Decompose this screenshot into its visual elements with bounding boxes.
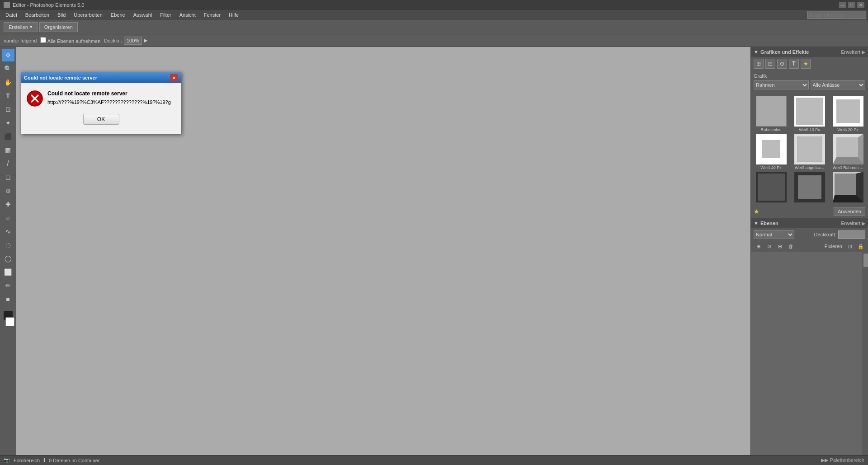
- layers-panel-header[interactable]: ▼ Ebenen Erweitert ▶: [751, 218, 868, 228]
- eraser-tool[interactable]: ◻: [2, 171, 14, 183]
- info-icon[interactable]: ℹ: [43, 457, 45, 463]
- lasso-tool[interactable]: ∿: [2, 225, 14, 238]
- pen-tool[interactable]: ✏: [2, 279, 14, 292]
- blur-tool[interactable]: ◌: [2, 239, 14, 251]
- graphic-thumb-dark3: [833, 172, 863, 202]
- layers-scrollbar[interactable]: [863, 252, 868, 455]
- clone-tool[interactable]: ⊕: [2, 184, 14, 197]
- dialog-ok-button[interactable]: OK: [83, 114, 119, 125]
- brush-tool[interactable]: /: [2, 157, 14, 170]
- grafik-label: Grafik: [754, 73, 767, 79]
- folgend-label: nander folgend: [4, 38, 37, 43]
- layers-tool-1[interactable]: ⊞: [754, 242, 763, 251]
- zoom-tool[interactable]: 🔍: [2, 62, 14, 75]
- graphics-grid: Rahmenlos Weiß 10 Px Weiß 20 Px Weiß 40 …: [751, 94, 868, 205]
- sponge-tool[interactable]: ⬜: [2, 266, 14, 278]
- menu-bearbeiten[interactable]: Bearbeiten: [22, 11, 53, 19]
- palette-area-label[interactable]: ▶▶ Palettenbereich: [821, 457, 864, 463]
- organisieren-button[interactable]: Organisieren: [39, 22, 78, 32]
- paint-bucket-tool[interactable]: ⬛: [2, 130, 14, 143]
- menu-ansicht[interactable]: Ansicht: [176, 11, 199, 19]
- background-color[interactable]: [5, 317, 14, 326]
- graphic-item-weiss40[interactable]: Weiß 40 Px: [753, 134, 789, 170]
- opacity-input[interactable]: [124, 37, 142, 45]
- layers-tool-2[interactable]: ⊙: [764, 242, 774, 251]
- graphics-icon-3[interactable]: ⊙: [777, 59, 787, 69]
- graphic-item-rahmenlos[interactable]: Rahmenlos: [753, 96, 789, 132]
- minimize-button[interactable]: —: [839, 2, 846, 8]
- dialog-overlay: Could not locate remote server ✕ Could n…: [16, 47, 750, 455]
- graphic-item-dark2[interactable]: [791, 172, 828, 203]
- layers-tool-3[interactable]: ⊟: [775, 242, 784, 251]
- layers-controls: Normal Multiplizieren Deckkraft:: [751, 228, 868, 241]
- layers-erweitert[interactable]: Erweitert ▶: [841, 221, 865, 226]
- graphic-item-dark3[interactable]: [830, 172, 866, 203]
- graphics-panel-title: Grafiken und Effekte: [760, 49, 809, 55]
- graphic-thumb-rahmenlos: [756, 96, 787, 127]
- dialog-close-button[interactable]: ✕: [170, 74, 178, 81]
- layers-scrollbar-thumb[interactable]: [863, 254, 868, 267]
- crop-tool[interactable]: ⊡: [2, 103, 14, 116]
- alle-ebenen-checkbox[interactable]: [40, 37, 46, 43]
- files-count: 0 Dateien im Container: [49, 458, 100, 463]
- graphic-item-weiss10[interactable]: Weiß 10 Px: [791, 96, 828, 132]
- graphic-thumb-weiss20: [833, 96, 863, 127]
- erstellen-arrow: ▾: [30, 24, 33, 30]
- selection-tool[interactable]: ○: [2, 211, 14, 224]
- photo-area-icon: 📷: [4, 457, 10, 463]
- menu-auswahl[interactable]: Auswahl: [130, 11, 156, 19]
- layers-mode-select[interactable]: Normal Multiplizieren: [754, 230, 794, 239]
- graphics-erweitert[interactable]: Erweitert ▶: [841, 50, 865, 55]
- move-tool[interactable]: ✥: [2, 49, 14, 61]
- favorite-star[interactable]: ★: [754, 208, 760, 215]
- graphics-icon-text[interactable]: T: [789, 59, 799, 69]
- menu-hilfe[interactable]: Hilfe: [225, 11, 242, 19]
- canvas-area: Could not locate remote server ✕ Could n…: [16, 47, 750, 455]
- dialog-title-bar: Could not locate remote server ✕: [21, 72, 181, 83]
- apply-button[interactable]: Anwenden: [834, 207, 865, 216]
- menu-datei[interactable]: Datei: [2, 11, 21, 19]
- hand-tool[interactable]: ✋: [2, 76, 14, 89]
- gradient-tool[interactable]: ▦: [2, 144, 14, 156]
- menu-bild[interactable]: Bild: [54, 11, 69, 19]
- graphics-panel-header[interactable]: ▼ Grafiken und Effekte Erweitert ▶: [751, 47, 868, 57]
- graphics-category-select[interactable]: Rahmen Hintergründe: [754, 80, 809, 89]
- menu-filter[interactable]: Filter: [156, 11, 175, 19]
- opacity-control: Deckkr.: ▶: [104, 37, 147, 45]
- dodge-tool[interactable]: ◯: [2, 252, 14, 265]
- graphic-item-dark1[interactable]: [753, 172, 789, 203]
- type-tool[interactable]: T: [2, 89, 14, 102]
- deckkraft-input[interactable]: [838, 230, 865, 239]
- title-bar-controls[interactable]: — □ ✕: [839, 2, 864, 8]
- graphics-apply-row: ★ Anwenden: [751, 205, 868, 218]
- graphics-occasion-select[interactable]: Alle Anlässe Geburtstag: [811, 80, 866, 89]
- layers-lock-2[interactable]: 🔒: [856, 242, 865, 251]
- menu-fenster[interactable]: Fenster: [200, 11, 224, 19]
- graphics-icon-star[interactable]: ★: [801, 59, 811, 69]
- shape-tool[interactable]: ■: [2, 293, 14, 305]
- menu-ebene[interactable]: Ebene: [107, 11, 129, 19]
- maximize-button[interactable]: □: [848, 2, 855, 8]
- graphic-label-weiss40: Weiß 40 Px: [760, 165, 781, 170]
- deckkraft-label: Deckkraft:: [814, 232, 836, 237]
- erstellen-label: Erstellen: [9, 24, 28, 30]
- erstellen-button[interactable]: Erstellen ▾: [4, 22, 38, 32]
- menu-ueberarbeiten[interactable]: Überarbeiten: [70, 11, 106, 19]
- graphics-panel-content: Grafik Rahmen Hintergründe Alle Anlässe …: [751, 70, 868, 94]
- fixieren-label: Fixieren:: [825, 244, 844, 249]
- layers-collapse-icon: ▼: [754, 221, 759, 226]
- toolbox: ✥ 🔍 ✋ T ⊡ ✦ ⬛ ▦ / ◻ ⊕ ✚ ○ ∿ ◌ ◯ ⬜ ✏ ■: [0, 47, 16, 455]
- star-tool[interactable]: ✦: [2, 117, 14, 129]
- graphic-item-weissflac[interactable]: Weiß abgeflac...: [791, 134, 828, 170]
- layers-tool-4[interactable]: 🗑: [786, 242, 795, 251]
- photo-area-label[interactable]: Fotobereich: [14, 458, 40, 463]
- graphic-item-weissrahmen[interactable]: Weiß Rahmen ...: [830, 134, 866, 170]
- graphic-item-weiss20[interactable]: Weiß 20 Px: [830, 96, 866, 132]
- opacity-arrow[interactable]: ▶: [144, 38, 147, 43]
- search-input[interactable]: [807, 11, 866, 19]
- graphics-icon-2[interactable]: ⊟: [765, 59, 775, 69]
- layers-lock-1[interactable]: ⊡: [845, 242, 854, 251]
- close-button[interactable]: ✕: [857, 2, 864, 8]
- healing-tool[interactable]: ✚: [2, 198, 14, 211]
- graphics-icon-1[interactable]: ⊞: [754, 59, 764, 69]
